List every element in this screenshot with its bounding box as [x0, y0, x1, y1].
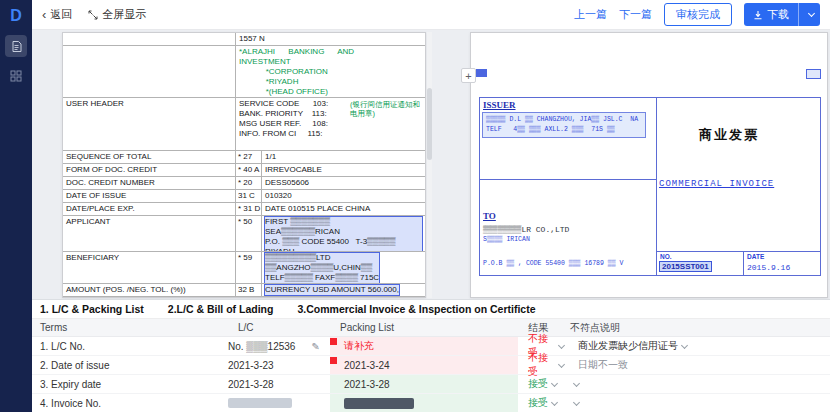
invoice-no-label: NO.	[660, 253, 672, 260]
highlighted-field-value[interactable]: CURRENCY USD AMOUNT 560.000,	[265, 285, 399, 295]
result-select[interactable]: 接受	[518, 375, 564, 393]
swift-field-row-beneficiary: BENEFICIARY * 59 ▒▒▒▒▒▒▒▒▒LTD ▒▒ANGZHO▒▒…	[63, 252, 425, 284]
review-panel: 1. L/C & Packing List 2.L/C & Bill of La…	[32, 299, 830, 412]
highlighted-field-value[interactable]: FIRST ▒▒▒▒▒▒▒ SEA▒▒▒▒▒▒RICAN P.O. ▒▒▒ CO…	[265, 217, 422, 252]
field-tag: * 27	[236, 151, 262, 163]
download-button[interactable]: 下载	[744, 3, 799, 26]
download-dropdown-button[interactable]	[799, 3, 820, 26]
back-button[interactable]: ‹ 返回	[42, 7, 72, 22]
swift-field-row-applicant: APPLICANT * 50 FIRST ▒▒▒▒▒▒▒ SEA▒▒▒▒▒▒RI…	[63, 216, 425, 252]
field-value: DATE 010515 PLACE CHINA	[262, 203, 425, 215]
lc-cell: No. ▒▒▒12536 ✎	[200, 337, 330, 355]
invoice-title-cn: 商业发票	[699, 126, 759, 144]
field-value: 010320	[262, 190, 425, 202]
scrollbar-thumb[interactable]	[427, 88, 432, 160]
issuer-label: ISSUER	[483, 100, 516, 110]
page-marker-left	[476, 69, 487, 77]
prev-article-link[interactable]: 上一篇	[574, 7, 607, 22]
download-icon	[753, 10, 763, 20]
invoice-column-divider	[656, 97, 657, 276]
download-label: 下载	[767, 7, 789, 22]
field-label: SEQUENCE OF TOTAL	[63, 151, 236, 163]
result-select[interactable]: 接受	[518, 394, 564, 412]
swift-user-header-label: USER HEADER	[63, 98, 236, 150]
caret-down-icon	[808, 10, 815, 17]
swift-ref-value: 1557 N	[236, 33, 425, 45]
highlighted-field-value[interactable]: ▒▒▒▒▒▒▒▒▒LTD ▒▒ANGZHO▒▒▒▒U,CHIN▒▒ TELF▒▒…	[265, 253, 379, 283]
left-doc-scrollbar	[427, 32, 432, 298]
swift-service-note: (银行间信用证通知和电用章)	[350, 100, 422, 118]
packing-cell	[330, 394, 518, 412]
header-packing-list: Packing List	[330, 319, 518, 336]
download-split-button: 下载	[744, 3, 820, 26]
topbar: ‹ 返回 全屏显示 上一篇 下一篇 审核完成 下载	[32, 0, 830, 30]
app-logo[interactable]: D	[5, 5, 27, 27]
review-row-lc-no: 1. L/C No. No. ▒▒▒12536 ✎ 请补充 不接受 商业发票缺少…	[32, 337, 830, 356]
app-root: D ‹ 返回 全屏显示 上一篇	[0, 0, 830, 412]
swift-row-user-header: USER HEADER SERVICE CODE 103: BANK. PRIO…	[63, 98, 425, 151]
sidebar-item-documents[interactable]	[5, 35, 27, 57]
swift-label-cell	[63, 33, 236, 45]
result-value: 接受	[528, 396, 548, 410]
field-tag: * 20	[236, 177, 262, 189]
swift-field-row: SEQUENCE OF TOTAL * 27 1/1	[63, 151, 425, 164]
review-tabs: 1. L/C & Packing List 2.L/C & Bill of La…	[32, 300, 830, 319]
caret-down-icon	[573, 398, 580, 405]
fullscreen-icon	[88, 10, 98, 20]
result-value: 接受	[528, 377, 548, 391]
issuer-address-highlight[interactable]: ▒▒▒▒▒ D.L ▒▒ CHANGZHOU, JIA▒▒ JSL.C NA T…	[483, 113, 645, 137]
field-label: APPLICANT	[63, 216, 236, 251]
topbar-left: ‹ 返回 全屏显示	[42, 7, 146, 22]
field-tag: * 31 D	[236, 203, 262, 215]
invoice-document-page[interactable]: ISSUER ▒▒▒▒▒ D.L ▒▒ CHANGZHOU, JIA▒▒ JSL…	[470, 32, 828, 298]
term-cell: 4. Invoice No.	[32, 394, 200, 412]
field-tag: 32 B	[236, 284, 262, 296]
swift-document-page[interactable]: 1557 N *ALRAJHI BANKING AND INVESTMENT *…	[62, 32, 426, 298]
fullscreen-button[interactable]: 全屏显示	[88, 7, 146, 22]
lc-value: 2021-3-23	[228, 360, 274, 371]
invoice-date-value: 2015.9.16	[747, 263, 790, 273]
term-cell: 3. Expiry date	[32, 375, 200, 393]
field-value: DESS05606	[262, 177, 425, 189]
packing-value: 2021-3-28	[344, 379, 390, 390]
field-value: IRREVOCABLE	[262, 164, 425, 176]
invoice-issuer-divider	[479, 179, 657, 180]
page-marker-right	[806, 69, 821, 79]
fullscreen-label: 全屏显示	[102, 7, 146, 22]
swift-field-row: DATE OF ISSUE 31 C 010320	[63, 190, 425, 203]
field-label: AMOUNT (POS. /NEG. TOL. (%))	[63, 284, 236, 296]
note-select[interactable]	[564, 375, 830, 393]
tab-lc-packing-list[interactable]: 1. L/C & Packing List	[40, 303, 144, 315]
field-label: DATE/PLACE EXP.	[63, 203, 236, 215]
header-discrepancy-note: 不符点说明	[564, 319, 830, 336]
sidebar-item-dashboard[interactable]	[5, 65, 27, 87]
term-cell: 2. Date of issue	[32, 356, 200, 374]
invoice-no-value-highlight[interactable]: 2015SST001	[660, 262, 711, 271]
tab-lc-bill-of-lading[interactable]: 2.L/C & Bill of Lading	[168, 303, 274, 315]
document-workspace: 1557 N *ALRAJHI BANKING AND INVESTMENT *…	[32, 30, 830, 299]
lc-value: 2021-3-28	[228, 379, 274, 390]
note-select[interactable]	[564, 394, 830, 412]
next-article-link[interactable]: 下一篇	[619, 7, 652, 22]
caret-down-icon	[551, 379, 558, 386]
result-select[interactable]: 不接受	[518, 356, 564, 374]
packing-value: 请补充	[344, 339, 374, 353]
field-value: ▒▒▒▒▒▒▒	[262, 297, 425, 298]
swift-bank-block: *ALRAJHI BANKING AND INVESTMENT *CORPORA…	[236, 46, 425, 97]
tab-invoice-inspection[interactable]: 3.Commercial Invoice & Inspection on Cer…	[297, 303, 535, 315]
packing-cell: 请补充	[330, 337, 518, 355]
packing-cell: 2021-3-24	[330, 356, 518, 374]
field-label: AVAILABLE WITH/BY	[63, 297, 236, 298]
review-complete-button[interactable]: 审核完成	[664, 3, 732, 26]
field-value: 1/1	[262, 151, 425, 163]
field-label: FORM OF DOC. CREDIT	[63, 164, 236, 176]
edit-pencil-icon[interactable]: ✎	[312, 341, 320, 352]
zoom-in-button[interactable]: +	[461, 68, 476, 83]
swift-field-row-amount: AMOUNT (POS. /NEG. TOL. (%)) 32 B CURREN…	[63, 284, 425, 297]
note-value: 日期不一致	[578, 358, 628, 372]
swift-label-cell	[63, 46, 236, 97]
grid-icon	[10, 70, 22, 82]
swift-service-cell: SERVICE CODE 103: BANK. PRIORITY 113: MS…	[236, 98, 425, 150]
swift-row-bank: *ALRAJHI BANKING AND INVESTMENT *CORPORA…	[63, 46, 425, 98]
note-select[interactable]: 商业发票缺少信用证号	[564, 337, 830, 355]
